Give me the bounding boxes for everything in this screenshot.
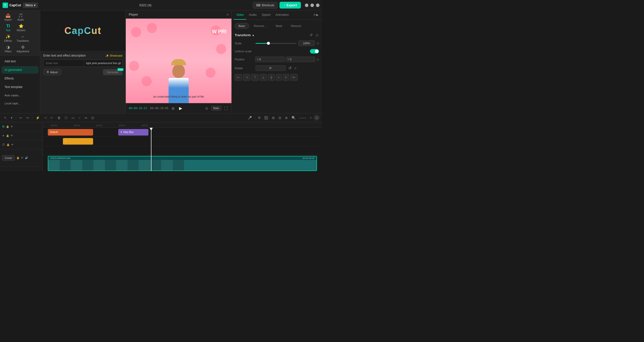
- nav-effects[interactable]: Effects: [2, 75, 38, 82]
- snapshot-button[interactable]: ⊙: [205, 106, 209, 111]
- track-type-3[interactable]: ⊞: [270, 115, 276, 121]
- eye-icon[interactable]: 👁: [11, 143, 14, 146]
- tab-animation[interactable]: Animation: [273, 11, 291, 20]
- shortcuts-button[interactable]: ⌨ Shortcuts: [253, 2, 278, 9]
- lock-icon[interactable]: 🔒: [6, 134, 9, 137]
- position-x-input[interactable]: X 0: [255, 57, 285, 62]
- rotate-keyframe[interactable]: ◇: [294, 66, 296, 70]
- lock-icon[interactable]: 🔒: [16, 156, 19, 159]
- undo-button[interactable]: ↩: [18, 115, 24, 121]
- play-button[interactable]: ▶: [178, 105, 184, 111]
- toolbar-text[interactable]: TI Text: [2, 23, 14, 33]
- position-y-input[interactable]: Y 0: [286, 57, 315, 62]
- redo-button[interactable]: ↪: [25, 115, 30, 121]
- ratio-button[interactable]: Ratio: [211, 106, 221, 111]
- align-top[interactable]: ⊥: [260, 74, 267, 81]
- subtab-basic[interactable]: Basic: [235, 23, 249, 29]
- toolbar-import[interactable]: 📥 Import: [2, 12, 14, 22]
- distribute-v[interactable]: ⊨: [290, 74, 298, 81]
- uniform-scale-toggle[interactable]: [310, 49, 319, 54]
- player-menu-icon[interactable]: ≡: [227, 13, 228, 16]
- loop-tool[interactable]: ○: [77, 115, 82, 121]
- zoom-in-button[interactable]: +: [308, 115, 313, 121]
- maximize-button[interactable]: [310, 4, 314, 7]
- clip-default[interactable]: Default: [48, 129, 93, 136]
- collapse-icon[interactable]: ▲: [252, 34, 255, 36]
- effect-input[interactable]: [83, 60, 123, 67]
- align-left[interactable]: ⊢: [235, 74, 242, 81]
- nav-add-text[interactable]: Add text: [2, 58, 38, 65]
- toolbar-effects[interactable]: ✨ Effects: [2, 33, 14, 43]
- split-tool[interactable]: ⚡: [34, 115, 41, 121]
- delete-tool[interactable]: 🗑: [56, 115, 62, 121]
- track-type-5[interactable]: ⊕: [284, 115, 289, 121]
- grid-icon[interactable]: ⊞: [172, 106, 175, 110]
- mic-button[interactable]: 🎤: [246, 115, 253, 121]
- track-type-1[interactable]: ⧉: [257, 115, 262, 121]
- subtab-retouch[interactable]: Retouch: [287, 23, 305, 29]
- trim-start-tool[interactable]: ⊣: [42, 115, 48, 121]
- subtab-mask[interactable]: Mask: [272, 23, 286, 29]
- rotate-input[interactable]: 0°: [256, 65, 286, 71]
- add-track-button[interactable]: +: [314, 115, 319, 120]
- track-type-2[interactable]: ⬛: [263, 115, 270, 121]
- tab-video[interactable]: Video: [234, 11, 246, 20]
- audio-icon[interactable]: 🔊: [25, 156, 28, 159]
- close-button[interactable]: [316, 4, 319, 7]
- export-button[interactable]: ↑ Export: [279, 2, 301, 9]
- trim-end-tool[interactable]: ⊢: [49, 115, 55, 121]
- toolbar-filters[interactable]: ◑ Filters: [2, 44, 14, 54]
- adjust-button[interactable]: ⚙ Adjust: [43, 69, 61, 75]
- showcase-button[interactable]: ✨ Showcase: [105, 54, 123, 57]
- nav-auto-captions[interactable]: Auto captio...: [2, 92, 38, 99]
- lock-icon[interactable]: 🔒: [6, 125, 9, 128]
- crop-tool[interactable]: ⊡: [90, 115, 96, 121]
- select-tool[interactable]: ↖: [3, 115, 8, 121]
- minimize-button[interactable]: [305, 4, 308, 7]
- rotate-ccw-button[interactable]: ↺: [288, 65, 292, 71]
- menu-button[interactable]: Menu ▾: [23, 3, 38, 8]
- scale-slider[interactable]: [256, 43, 296, 44]
- align-center-v[interactable]: ┼: [268, 74, 275, 81]
- eye-icon[interactable]: 👁: [11, 125, 13, 128]
- diamond-keyframe-button[interactable]: ◇: [315, 32, 319, 37]
- toolbar-transitions[interactable]: ↔ Transitions: [15, 33, 31, 43]
- scale-thumb[interactable]: [267, 42, 270, 45]
- generate-button[interactable]: Generate Free: [103, 69, 123, 75]
- toolbar-stickers[interactable]: ⭐ Stickers: [15, 23, 28, 33]
- lock-icon[interactable]: 🔒: [7, 143, 10, 146]
- padding-tool[interactable]: ▭: [70, 115, 76, 121]
- track-type-4[interactable]: ⊟: [277, 115, 283, 121]
- tab-speed[interactable]: Speed: [259, 11, 273, 20]
- shield-tool[interactable]: ⬡: [63, 115, 69, 121]
- clip-sticker[interactable]: +: [63, 138, 93, 145]
- eye-icon[interactable]: 👁: [11, 134, 13, 137]
- reset-button[interactable]: ↺: [309, 32, 313, 37]
- distribute-h[interactable]: ⊧: [283, 74, 289, 81]
- eye-icon[interactable]: 👁: [21, 156, 23, 159]
- playhead[interactable]: [151, 128, 151, 171]
- scale-keyframe[interactable]: ◇: [317, 41, 319, 45]
- position-keyframe[interactable]: ◇: [317, 58, 319, 61]
- fullscreen-button[interactable]: ⛶: [223, 106, 228, 111]
- nav-ai-generated[interactable]: AI generated: [2, 66, 38, 74]
- clip-halo-blur[interactable]: ✦ Halo Blur: [118, 129, 148, 136]
- mirror-tool[interactable]: ⇔: [83, 115, 89, 121]
- video-clip[interactable]: 202311090930.mp4 00:00:18:05: [48, 156, 317, 171]
- nav-text-template[interactable]: Text template: [2, 83, 38, 91]
- tab-more[interactable]: A ▶: [312, 11, 320, 20]
- toolbar-audio[interactable]: 🎵 Audio: [15, 12, 27, 22]
- align-center-h[interactable]: ⊣: [243, 74, 250, 81]
- nav-local-captions[interactable]: Local capti...: [2, 100, 38, 107]
- zoom-out-button[interactable]: 🔍: [290, 115, 297, 121]
- subtab-remove[interactable]: Remove ...: [250, 23, 271, 29]
- zoom-slider[interactable]: ——: [298, 115, 307, 121]
- align-right[interactable]: ⊤: [251, 74, 259, 81]
- toolbar-adjustment[interactable]: ⚙ Adjustment: [15, 44, 31, 54]
- scale-value[interactable]: 100%: [298, 40, 315, 46]
- align-bottom[interactable]: ⊦: [276, 74, 282, 81]
- text-input[interactable]: [44, 60, 83, 67]
- select-dropdown[interactable]: ▾: [9, 115, 14, 121]
- tab-audio[interactable]: Audio: [246, 11, 259, 20]
- cover-button[interactable]: Cover: [2, 155, 15, 161]
